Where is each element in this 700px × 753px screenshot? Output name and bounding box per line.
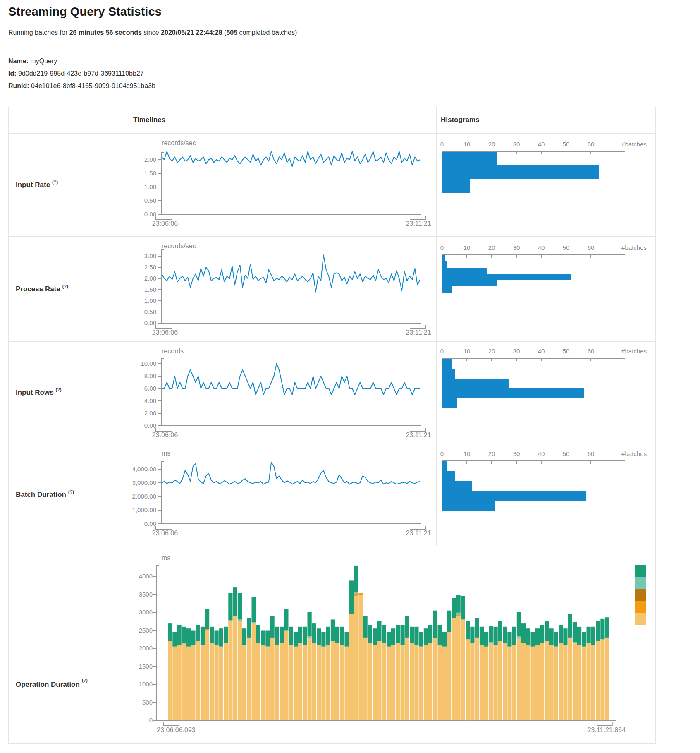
stack-segment — [326, 627, 330, 645]
summary-text: Running batches for — [8, 29, 69, 36]
axis-unit-label: records/sec — [162, 242, 196, 249]
stack-segment — [172, 632, 177, 647]
stack-segment — [275, 627, 279, 645]
stack-segment — [466, 639, 470, 720]
stack-segment — [261, 631, 265, 645]
stack-segment — [196, 641, 200, 720]
histogram-bar — [442, 152, 497, 165]
stack-segment — [456, 616, 461, 720]
stack-segment — [358, 595, 363, 720]
x-tick-label: 20 — [488, 141, 495, 148]
x-tick-label: 60 — [588, 244, 595, 251]
stack-segment — [242, 645, 246, 720]
stack-segment — [177, 625, 182, 645]
stack-segment — [303, 645, 307, 720]
y-tick-label: 0.00 — [144, 211, 156, 218]
stack-segment — [461, 619, 465, 720]
stack-segment — [494, 627, 498, 645]
stack-segment — [219, 647, 223, 720]
x-tick-label: 10 — [463, 450, 471, 457]
y-tick-label: 0.00 — [144, 520, 156, 527]
stack-segment — [294, 632, 298, 647]
stack-segment — [433, 611, 437, 638]
row-label-text: Batch Duration — [16, 491, 66, 499]
y-tick-label: 1.50 — [144, 286, 156, 293]
stack-segment — [280, 643, 284, 720]
stack-segment — [373, 628, 377, 645]
stack-segment — [270, 638, 275, 720]
stack-segment — [168, 623, 172, 641]
stack-segment — [475, 618, 479, 638]
stack-segment — [447, 611, 451, 632]
stack-segment — [456, 615, 461, 616]
stack-segment — [535, 645, 540, 720]
stack-segment — [531, 647, 535, 720]
y-tick-label: 8.00 — [144, 372, 156, 379]
stack-segment — [489, 643, 493, 720]
x-axis-end-label: 23:11:21 — [406, 220, 431, 227]
stack-segment — [247, 618, 251, 638]
legend-swatch — [635, 565, 646, 577]
help-icon[interactable]: (?) — [52, 180, 58, 185]
batch-duration-timeline-chart[interactable]: ms0.001,000.002,000.003,000.004,000.0023… — [129, 444, 437, 546]
histogram-bar — [442, 471, 455, 481]
input-rate-timeline-chart[interactable]: records/sec0.000.501.001.502.0023:06:062… — [129, 134, 437, 237]
x-tick-label: 60 — [588, 348, 595, 355]
header-empty-cell — [9, 107, 129, 134]
y-tick-label: 3.00 — [144, 252, 156, 259]
stack-segment — [387, 632, 391, 647]
histogram-bar — [442, 286, 452, 293]
process-rate-timeline-chart[interactable]: records/sec0.000.501.001.502.002.503.002… — [129, 237, 437, 342]
stack-segment — [414, 645, 418, 720]
x-axis-end-bracket — [410, 526, 426, 529]
help-icon[interactable]: (?) — [56, 387, 62, 392]
x-tick-label: 10 — [463, 244, 471, 251]
row-label-input-rate: Input Rate (?) — [9, 134, 129, 237]
stack-segment — [335, 627, 339, 643]
stack-segment — [549, 628, 554, 645]
stack-segment — [363, 616, 368, 638]
axis-unit-label: ms — [162, 554, 170, 561]
stack-segment — [428, 625, 432, 643]
y-tick-label: 2.50 — [144, 264, 156, 271]
stack-segment — [289, 627, 293, 645]
y-tick-label: 2,000.00 — [132, 493, 156, 500]
stack-segment — [461, 596, 465, 620]
stack-segment — [512, 645, 516, 720]
y-tick-label: 0.00 — [144, 422, 156, 429]
y-tick-label: 0.50 — [144, 308, 156, 315]
x-axis-end-label: 23:11:21 — [406, 530, 431, 537]
query-name-label: Name: — [8, 58, 29, 65]
y-tick-label: 3500 — [139, 591, 153, 598]
axis-unit-label: ms — [162, 450, 170, 457]
stack-segment — [494, 645, 498, 720]
query-name-row: Name: myQuery — [8, 55, 155, 67]
stack-segment — [177, 645, 182, 720]
stack-segment — [238, 593, 242, 619]
help-icon[interactable]: (?) — [62, 284, 68, 289]
stack-segment — [270, 616, 275, 638]
legend-swatch — [635, 589, 646, 601]
y-tick-label: 2.00 — [144, 275, 156, 282]
input-rate-histogram-chart: 0102030405060#batches — [437, 134, 656, 237]
row-label-operation-duration: Operation Duration (?) — [9, 546, 129, 744]
stack-segment — [517, 638, 521, 720]
help-icon[interactable]: (?) — [68, 489, 74, 494]
stack-segment — [219, 628, 223, 647]
batches-axis-label: #batches — [621, 348, 647, 355]
batches-axis-label: #batches — [621, 450, 647, 457]
stack-segment — [377, 641, 381, 720]
histogram-bar — [442, 280, 497, 286]
timeline-series-line — [162, 364, 420, 395]
x-tick-label: 60 — [588, 450, 595, 457]
y-tick-label: 6.00 — [144, 385, 156, 392]
stack-segment — [368, 625, 372, 643]
query-runid-row: RunId: 04e101e6-8bf8-4165-9099-9104c951b… — [8, 80, 155, 92]
input-rows-histogram-cell: 0102030405060#batches — [437, 342, 656, 444]
x-tick-label: 20 — [488, 450, 495, 457]
stack-segment — [507, 647, 511, 720]
process-rate-timeline-cell: records/sec0.000.501.001.502.002.503.002… — [129, 237, 437, 342]
input-rows-timeline-chart[interactable]: records0.002.004.006.008.0010.0023:06:06… — [129, 342, 437, 444]
operation-duration-stacked-chart[interactable]: ms0500100015002000250030003500400023:06:… — [129, 546, 656, 744]
help-icon[interactable]: (?) — [82, 678, 88, 683]
